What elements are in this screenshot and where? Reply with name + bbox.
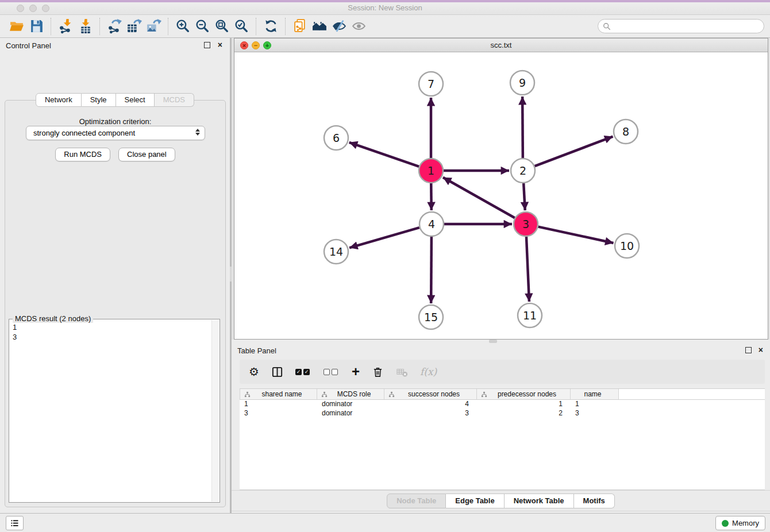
node-table-header: shared nameMCDS rolesuccessor nodesprede… [240, 389, 765, 400]
edge-3-10[interactable] [538, 227, 614, 243]
open-session-icon[interactable] [7, 17, 26, 36]
network-desktop: × − + scc.txt 7968124314101511 Table Pan… [232, 38, 770, 513]
edge-3-1[interactable] [443, 178, 515, 218]
control-panel-title: Control Panel [6, 41, 51, 50]
zoom-selected-icon[interactable] [232, 17, 251, 36]
show-all-icon[interactable] [349, 17, 368, 36]
cell-shared-name[interactable]: 1 [240, 400, 317, 409]
toolbar-separator [285, 18, 286, 35]
cell-predecessor-nodes[interactable]: 1 [477, 400, 571, 409]
node-label-3: 3 [522, 218, 529, 230]
export-network-icon[interactable] [105, 17, 124, 36]
node-label-9: 9 [519, 76, 526, 89]
import-table-icon[interactable] [75, 17, 95, 36]
edge-2-9[interactable] [522, 97, 523, 158]
close-panel-button[interactable]: Close panel [118, 148, 175, 161]
search-field[interactable] [598, 19, 764, 33]
tab-edge-table[interactable]: Edge Table [446, 494, 504, 508]
table-row[interactable]: 3dominator323 [240, 409, 765, 418]
tab-motifs[interactable]: Motifs [574, 494, 615, 508]
column-header-predecessor-nodes[interactable]: predecessor nodes [477, 389, 571, 399]
network-window-title: scc.txt [234, 41, 768, 49]
network-view-window: × − + scc.txt 7968124314101511 [234, 38, 768, 340]
tab-network[interactable]: Network [36, 93, 82, 107]
node-label-15: 15 [424, 311, 438, 323]
cell-successor-nodes[interactable]: 4 [384, 400, 477, 409]
edge-2-8[interactable] [535, 137, 613, 167]
node-table-rows: 1dominator4113dominator323 [240, 400, 765, 418]
column-header-mcds-role[interactable]: MCDS role [317, 389, 384, 399]
add-column-icon[interactable]: + [352, 366, 360, 377]
close-table-panel-icon[interactable]: × [759, 345, 763, 354]
delete-column-trash-icon[interactable] [372, 366, 384, 378]
node-label-6: 6 [333, 132, 340, 144]
table-row[interactable]: 1dominator411 [240, 400, 765, 409]
run-mcds-button[interactable]: Run MCDS [55, 148, 110, 161]
zoom-out-icon[interactable] [192, 17, 212, 36]
table-settings-gear-icon[interactable]: ⚙ [249, 366, 259, 377]
zoom-in-icon[interactable] [173, 17, 192, 36]
main-toolbar [0, 15, 770, 38]
cell-shared-name[interactable]: 3 [240, 409, 317, 418]
first-neighbors-icon[interactable] [290, 17, 310, 36]
node-label-7: 7 [428, 78, 434, 90]
edge-1-4[interactable] [431, 183, 432, 210]
criterion-dropdown[interactable]: strongly connected component [26, 126, 205, 140]
toolbar-separator [99, 18, 100, 35]
table-tabs: Node TableEdge TableNetwork TableMotifs [232, 490, 770, 511]
column-header-name[interactable]: name [571, 389, 619, 399]
function-builder-icon-disabled: f(x) [420, 366, 437, 377]
task-history-button[interactable] [6, 516, 24, 530]
mcds-result-node: 1 [13, 322, 211, 332]
tab-node-table[interactable]: Node Table [387, 494, 446, 508]
cell-name[interactable]: 3 [571, 409, 619, 418]
search-input[interactable] [611, 22, 764, 30]
node-label-4: 4 [428, 218, 435, 230]
edge-3-11[interactable] [526, 237, 529, 302]
memory-button[interactable]: Memory [715, 516, 765, 530]
hide-selected-icon[interactable] [329, 17, 349, 36]
node-label-10: 10 [620, 240, 634, 252]
refresh-icon[interactable] [261, 17, 280, 36]
column-type-icon [321, 391, 328, 398]
network-canvas[interactable]: 7968124314101511 [234, 52, 768, 339]
export-image-icon[interactable] [144, 17, 163, 36]
result-scrollbar[interactable] [211, 320, 219, 502]
import-network-icon[interactable] [56, 17, 75, 36]
node-table[interactable]: shared nameMCDS rolesuccessor nodesprede… [240, 388, 765, 490]
titlebar: Session: New Session [0, 0, 770, 15]
float-table-panel-icon[interactable] [745, 347, 752, 353]
edge-2-3[interactable] [523, 183, 525, 210]
export-table-icon[interactable] [124, 17, 144, 36]
tab-network-table[interactable]: Network Table [505, 494, 574, 508]
column-header-shared-name[interactable]: shared name [240, 389, 317, 399]
cell-successor-nodes[interactable]: 3 [384, 409, 477, 418]
select-all-columns-icon[interactable]: ✓✓ [295, 369, 311, 375]
node-label-2: 2 [519, 164, 526, 177]
tab-style[interactable]: Style [82, 93, 116, 107]
list-icon [9, 518, 20, 529]
cell-mcds-role[interactable]: dominator [317, 400, 384, 409]
search-icon [603, 22, 611, 30]
tab-mcds[interactable]: MCDS [155, 93, 194, 107]
network-window-titlebar[interactable]: × − + scc.txt [234, 38, 768, 52]
close-panel-icon[interactable]: × [218, 40, 222, 49]
column-header-successor-nodes[interactable]: successor nodes [384, 389, 477, 399]
zoom-fit-icon[interactable] [212, 17, 232, 36]
mcds-result-list: 13 [10, 320, 211, 502]
cell-mcds-role[interactable]: dominator [317, 409, 384, 418]
mcds-result-node: 3 [13, 332, 211, 342]
toolbar-separator [256, 18, 256, 35]
cell-predecessor-nodes[interactable]: 2 [477, 409, 571, 418]
float-panel-icon[interactable] [204, 42, 210, 48]
edge-4-14[interactable] [349, 228, 419, 248]
home-icon[interactable] [310, 17, 329, 36]
cell-name[interactable]: 1 [571, 400, 619, 409]
tab-select[interactable]: Select [116, 93, 155, 107]
node-label-1: 1 [428, 164, 434, 177]
show-column-panel-icon[interactable] [271, 366, 283, 378]
save-session-icon[interactable] [26, 17, 46, 36]
edge-1-6[interactable] [349, 142, 419, 167]
deselect-all-columns-icon[interactable] [324, 369, 340, 375]
edge-4-15[interactable] [431, 237, 432, 303]
